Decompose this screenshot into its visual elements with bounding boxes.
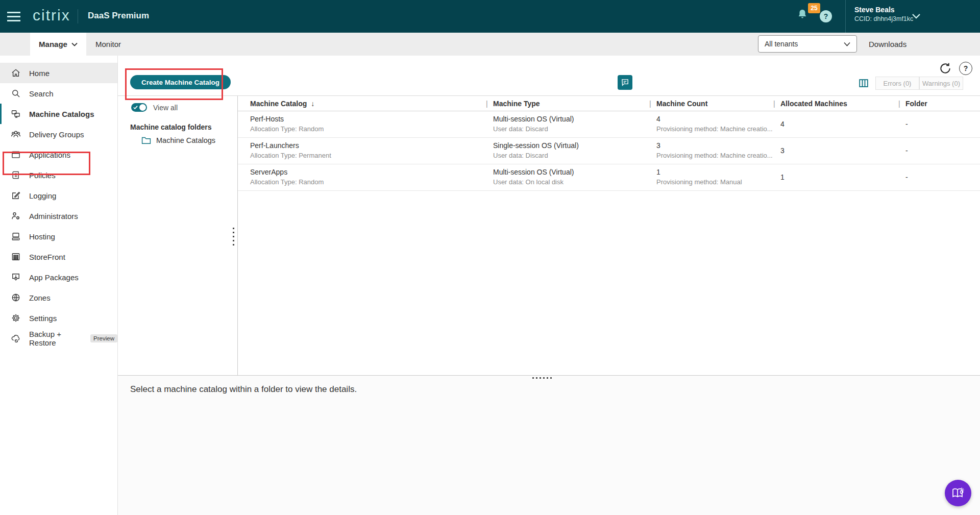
machine-count: 4: [656, 115, 773, 124]
folder-item-machine-catalogs[interactable]: Machine Catalogs: [141, 136, 215, 144]
sidebar-item-label: Machine Catalogs: [29, 110, 94, 118]
folder-value: -: [898, 115, 980, 133]
folder-value: -: [898, 168, 980, 186]
sidebar-item-applications[interactable]: Applications: [0, 144, 117, 165]
sort-descending-icon: ↓: [311, 100, 314, 108]
catalog-name: Perf-Launchers: [250, 141, 486, 150]
allocated-machines: 4: [773, 115, 898, 133]
header-divider: [78, 9, 78, 23]
table-row[interactable]: ServerApps Allocation Type: Random Multi…: [238, 164, 980, 191]
feedback-comment-icon[interactable]: [618, 75, 632, 90]
user-name: Steve Beals: [854, 5, 913, 15]
view-all-toggle[interactable]: [131, 103, 147, 112]
storefront-icon: [11, 252, 21, 262]
sidebar-item-settings[interactable]: Settings: [0, 308, 117, 328]
column-header-machine-count[interactable]: | Machine Count: [649, 100, 773, 108]
column-separator: |: [898, 99, 900, 107]
column-label: Machine Type: [493, 100, 540, 108]
provisioning-method: Provisioning method: Manual: [656, 178, 773, 186]
product-title: DaaS Premium: [88, 11, 149, 21]
sidebar-item-label: Policies: [29, 171, 56, 180]
machine-count: 1: [656, 168, 773, 177]
notification-count-badge: 25: [808, 3, 820, 13]
vertical-splitter-handle[interactable]: [233, 228, 234, 246]
sidebar-item-label: App Packages: [29, 273, 79, 282]
sidebar-item-label: Settings: [29, 314, 57, 323]
column-header-machine-type[interactable]: | Machine Type: [486, 100, 649, 108]
sidebar-item-label: Search: [29, 89, 54, 98]
tenant-filter-value: All tenants: [765, 40, 798, 48]
table-row[interactable]: Perf-Launchers Allocation Type: Permanen…: [238, 138, 980, 164]
user-menu[interactable]: Steve Beals CCID: dhhn4j3mf1kc: [854, 5, 913, 23]
chevron-down-icon: [71, 42, 78, 46]
allocation-type: Allocation Type: Random: [250, 125, 368, 133]
sidebar-item-app-packages[interactable]: App Packages: [0, 267, 117, 287]
sidebar-item-label: Delivery Groups: [29, 130, 84, 139]
policies-icon: [11, 170, 21, 180]
sidebar-item-machine-catalogs[interactable]: Machine Catalogs: [0, 104, 117, 124]
errors-button[interactable]: Errors (0): [875, 77, 919, 90]
applications-icon: [11, 150, 21, 160]
machine-count: 3: [656, 141, 773, 150]
column-label: Machine Catalog: [250, 100, 307, 108]
sidebar-item-label: Backup + Restore: [29, 330, 79, 347]
sidebar-item-label: Home: [29, 69, 50, 78]
citrix-daas-console: citrix DaaS Premium 25 ? Steve Beals CCI…: [0, 0, 980, 515]
learning-guide-fab[interactable]: [945, 480, 971, 506]
sidebar-item-logging[interactable]: Logging: [0, 185, 117, 206]
create-machine-catalog-button[interactable]: Create Machine Catalog: [130, 75, 231, 89]
columns-icon[interactable]: [858, 78, 869, 89]
allocated-machines: 1: [773, 168, 898, 186]
catalog-toolbar: Create Machine Catalog ? Errors (0) Warn…: [118, 56, 980, 96]
tab-manage[interactable]: Manage: [30, 33, 86, 56]
column-header-allocated-machines[interactable]: | Allocated Machines: [773, 100, 898, 108]
sidebar-item-home[interactable]: Home: [0, 63, 117, 83]
sidebar-item-zones[interactable]: Zones: [0, 287, 117, 308]
sidebar-item-label: Logging: [29, 191, 56, 200]
catalog-table: Machine Catalog ↓ | Machine Type | Machi…: [238, 96, 980, 375]
view-all-label: View all: [153, 104, 178, 112]
horizontal-splitter-handle[interactable]: [532, 377, 552, 379]
refresh-icon[interactable]: [939, 62, 952, 75]
hamburger-menu-icon[interactable]: [6, 9, 27, 24]
tab-bar: Manage Monitor All tenants Downloads: [0, 33, 980, 56]
details-panel: Select a machine catalog within a folder…: [118, 376, 980, 515]
chevron-down-icon: [844, 42, 850, 46]
administrators-icon: [11, 211, 21, 221]
warnings-button[interactable]: Warnings (0): [919, 77, 963, 90]
downloads-link[interactable]: Downloads: [869, 33, 906, 56]
tenant-filter-select[interactable]: All tenants: [758, 35, 857, 53]
delivery-groups-icon: [11, 129, 21, 139]
sidebar-item-storefront[interactable]: StoreFront: [0, 247, 117, 267]
sidebar-item-label: Administrators: [29, 212, 78, 220]
table-row[interactable]: Perf-Hosts Allocation Type: Random Multi…: [238, 111, 980, 138]
chevron-down-icon[interactable]: [912, 12, 921, 21]
sidebar-item-policies[interactable]: Policies: [0, 165, 117, 185]
book-lightbulb-icon: [951, 486, 965, 500]
folder-icon: [141, 136, 151, 144]
app-header: citrix DaaS Premium 25 ? Steve Beals CCI…: [0, 0, 980, 33]
machine-catalogs-icon: [11, 109, 21, 119]
settings-icon: [11, 313, 21, 323]
allocation-type: Allocation Type: Permanent: [250, 151, 368, 160]
sidebar-item-hosting[interactable]: Hosting: [0, 226, 117, 247]
sidebar-item-backup-restore[interactable]: Backup + Restore Preview: [0, 328, 117, 349]
sidebar-nav: Home Search Machine Catalogs Delivery Gr…: [0, 56, 118, 515]
tab-manage-label: Manage: [39, 40, 67, 48]
folder-value: -: [898, 141, 980, 160]
machine-type: Multi-session OS (Virtual): [493, 168, 649, 177]
provisioning-method: Provisioning method: Machine creatio...: [656, 125, 773, 133]
sidebar-item-administrators[interactable]: Administrators: [0, 206, 117, 226]
allocated-machines: 3: [773, 141, 898, 160]
column-header-machine-catalog[interactable]: Machine Catalog ↓: [238, 100, 486, 108]
user-data: User data: Discard: [493, 151, 610, 160]
sidebar-item-search[interactable]: Search: [0, 83, 117, 104]
table-help-icon[interactable]: ?: [959, 62, 972, 75]
sidebar-item-delivery-groups[interactable]: Delivery Groups: [0, 124, 117, 144]
tab-monitor[interactable]: Monitor: [95, 33, 121, 56]
machine-type: Single-session OS (Virtual): [493, 141, 649, 150]
provisioning-method: Provisioning method: Machine creatio...: [656, 151, 773, 160]
help-icon[interactable]: ?: [820, 10, 832, 22]
search-icon: [11, 88, 21, 99]
column-header-folder[interactable]: | Folder: [898, 100, 980, 108]
